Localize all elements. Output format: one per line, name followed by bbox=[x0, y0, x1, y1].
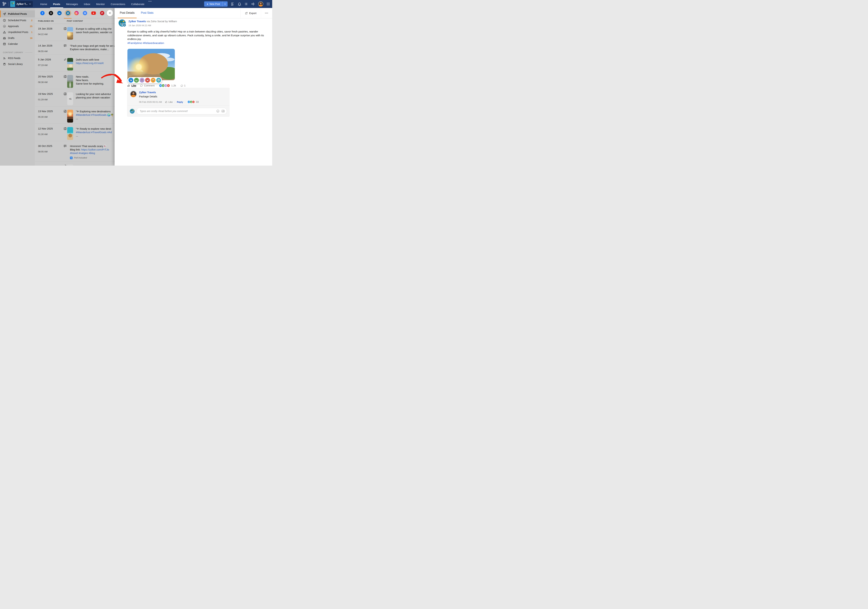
comment-reaction-summary[interactable] bbox=[187, 100, 195, 104]
post-hashtags[interactable]: #Wanderlust #TravelGoals #Ad bbox=[76, 130, 112, 134]
instagram-icon[interactable] bbox=[74, 11, 79, 15]
post-text: "✈ Exploring new destinations bbox=[76, 110, 114, 113]
new-post-dropdown-button[interactable] bbox=[222, 2, 228, 6]
post-text: "✈ Ready to explore new desti bbox=[76, 127, 112, 130]
x-twitter-icon[interactable]: X bbox=[49, 11, 53, 15]
author-by: William bbox=[169, 20, 177, 23]
reaction-like-icon[interactable] bbox=[129, 78, 133, 83]
separator-dot: · bbox=[185, 101, 185, 103]
reaction-summary[interactable] bbox=[159, 84, 170, 87]
sidebar-item-label: Social Library bbox=[8, 63, 23, 65]
nav-item-posts[interactable]: Posts bbox=[50, 0, 63, 8]
sidebar-item-approvals[interactable]: Approvals 25 bbox=[0, 23, 35, 29]
reaction-insightful-icon[interactable] bbox=[151, 78, 155, 83]
zoho-social-logo-icon[interactable] bbox=[2, 2, 6, 6]
tab-post-stats[interactable]: Post Stats bbox=[139, 8, 155, 18]
announcements-megaphone-icon[interactable] bbox=[251, 2, 255, 6]
comment-input-box bbox=[136, 108, 227, 115]
reaction-count[interactable]: 1.2k bbox=[171, 84, 176, 87]
commenter-avatar bbox=[130, 91, 136, 97]
pinterest-icon[interactable]: P bbox=[100, 11, 104, 15]
author-name[interactable]: Zylker Travels bbox=[129, 20, 146, 23]
reaction-celebrate-icon[interactable] bbox=[134, 78, 139, 83]
nav-item-monitor[interactable]: Monitor bbox=[93, 0, 108, 8]
post-time: 06:55 AM bbox=[38, 50, 64, 53]
zoho-social-app: Zylker T... Home Posts Messages Inbox Mo… bbox=[0, 0, 272, 166]
comment-reaction-count[interactable]: 33 bbox=[196, 101, 199, 103]
post-row[interactable]: 5 Jan 202607:19 AM Delhi tours with love… bbox=[35, 55, 115, 72]
activity-list-icon[interactable] bbox=[231, 2, 234, 6]
sidebar-item-unpublished-posts[interactable]: Unpublished Posts 1 bbox=[0, 29, 35, 35]
new-post-button[interactable]: + New Post bbox=[204, 2, 222, 6]
reaction-love-icon[interactable] bbox=[145, 78, 150, 83]
linkedin-icon[interactable]: in bbox=[57, 11, 62, 15]
notifications-bell-icon[interactable] bbox=[238, 2, 241, 6]
settings-gear-icon[interactable] bbox=[245, 2, 248, 6]
reply-button[interactable]: Reply bbox=[177, 101, 183, 103]
comment-count-group[interactable]: 1 bbox=[181, 84, 186, 87]
post-time: 05:30 AM bbox=[38, 116, 64, 118]
post-row[interactable]: 30 Oct 202508:05 AM Hmmmm! That sounds s… bbox=[35, 141, 115, 162]
reaction-funny-icon[interactable] bbox=[156, 78, 161, 83]
post-row[interactable]: 13 Nov 202505:30 AM "✈ Exploring new des… bbox=[35, 107, 115, 124]
text-post-icon bbox=[64, 44, 67, 54]
post-hashtags[interactable]: #travel #natgeo #blog bbox=[70, 151, 109, 155]
post-row[interactable]: 14 Jan 202606:55 AM "Pack your bags and … bbox=[35, 41, 115, 55]
close-icon[interactable] bbox=[107, 10, 113, 16]
nav-item-collaborate[interactable]: Collaborate bbox=[128, 0, 147, 8]
comment-input[interactable] bbox=[140, 110, 215, 113]
reaction-picker bbox=[128, 77, 162, 83]
facebook-icon[interactable]: f bbox=[40, 11, 45, 15]
post-link[interactable]: https://zylker.com/PrTJo bbox=[81, 148, 109, 151]
export-button[interactable]: Export bbox=[240, 8, 261, 18]
post-link[interactable]: https://lnkd.in/g-6YmteR bbox=[76, 62, 104, 65]
nav-right-controls: + New Post bbox=[204, 2, 270, 6]
attach-image-icon[interactable] bbox=[222, 110, 225, 113]
nav-item-inbox[interactable]: Inbox bbox=[81, 0, 93, 8]
like-button[interactable]: Like bbox=[127, 84, 136, 87]
published-posts-list: f X in G P PUBLISHED ON POST CONTENT bbox=[35, 8, 115, 166]
comments-section: Zylker Travels Package Details 06 Feb 20… bbox=[127, 88, 229, 117]
linkedin-page-icon[interactable] bbox=[66, 11, 70, 15]
nav-item-home[interactable]: Home bbox=[37, 0, 50, 8]
poll-included-label: Poll Included bbox=[74, 156, 87, 160]
post-date: 19 Nov 2025 bbox=[38, 92, 64, 95]
post-row[interactable]: 20 Nov 202508:38 AM New roads. New faces… bbox=[35, 72, 115, 89]
post-row[interactable]: 19 Jan 202604:22 AM Europe is calling wi… bbox=[35, 24, 115, 41]
user-avatar[interactable] bbox=[258, 2, 264, 6]
more-options-button[interactable]: ••• bbox=[261, 8, 272, 18]
reaction-support-icon[interactable] bbox=[140, 78, 144, 83]
post-row[interactable]: 19 Nov 202501:29 AM +1 Looking for your … bbox=[35, 89, 115, 107]
sidebar-item-social-library[interactable]: Social Library bbox=[0, 61, 35, 67]
post-date: 30 Oct 2025 bbox=[38, 144, 64, 147]
comment-like-button[interactable]: Like bbox=[165, 101, 173, 103]
mini-love-icon bbox=[167, 84, 170, 87]
post-hashtags[interactable]: #Familytime #Relaxedvacation bbox=[127, 42, 164, 45]
post-hashtags[interactable]: #Wanderlust #TravelGoals 🌍🌴 bbox=[76, 113, 114, 117]
emoji-icon[interactable] bbox=[216, 110, 219, 113]
sidebar-item-count: 16 bbox=[30, 37, 33, 39]
column-published-on: PUBLISHED ON bbox=[35, 20, 67, 22]
nav-more-menu[interactable]: ••• bbox=[147, 0, 153, 8]
tab-post-details[interactable]: Post Details bbox=[118, 8, 136, 18]
apps-grid-icon[interactable] bbox=[267, 2, 270, 6]
post-image-colosseum[interactable] bbox=[127, 49, 175, 80]
rss-icon bbox=[3, 57, 6, 60]
post-row-partial[interactable] bbox=[35, 162, 115, 166]
post-ellipsis: ... bbox=[76, 117, 114, 120]
sidebar-item-calendar[interactable]: Calendar bbox=[0, 41, 35, 47]
brand-selector[interactable]: Zylker T... bbox=[10, 1, 33, 7]
nav-item-connections[interactable]: Connections bbox=[108, 0, 128, 8]
sidebar-item-published-posts[interactable]: Published Posts bbox=[0, 11, 35, 17]
sidebar-item-drafts[interactable]: Drafts 16 bbox=[0, 35, 35, 41]
sidebar-item-rss-feeds[interactable]: RSS Feeds bbox=[0, 55, 35, 61]
sidebar-item-scheduled-posts[interactable]: Scheduled Posts 2 bbox=[0, 17, 35, 23]
google-business-icon[interactable]: G bbox=[83, 11, 87, 15]
image-post-icon bbox=[64, 75, 67, 89]
comment-button[interactable]: Comment bbox=[140, 84, 155, 87]
nav-item-messages[interactable]: Messages bbox=[63, 0, 81, 8]
youtube-icon[interactable] bbox=[91, 11, 96, 15]
post-row[interactable]: 12 Nov 202501:30 AM "✈ Ready to explore … bbox=[35, 124, 115, 141]
commenter-name[interactable]: Zylker Travels bbox=[139, 91, 199, 94]
brand-logo-icon bbox=[10, 1, 15, 7]
